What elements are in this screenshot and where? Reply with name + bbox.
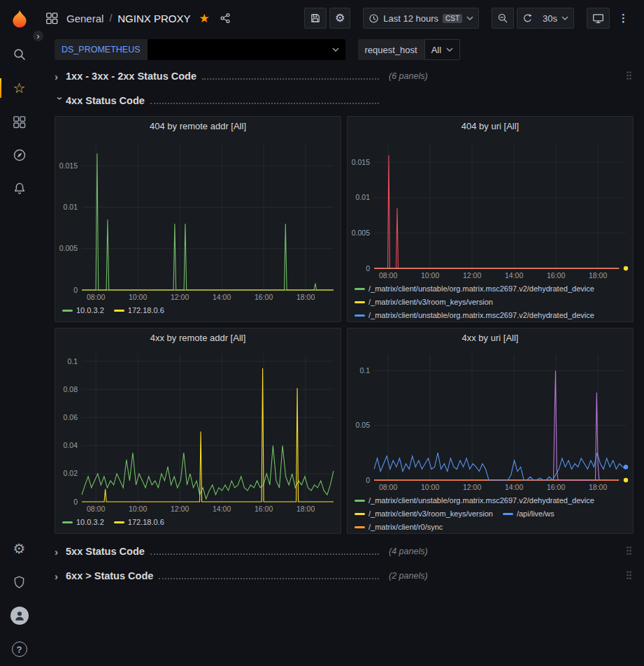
refresh-interval-label: 30s (543, 13, 557, 24)
datasource-variable-value[interactable] (148, 39, 345, 60)
svg-text:12:00: 12:00 (463, 271, 481, 280)
legend-item[interactable]: 10.0.3.2 (62, 305, 104, 317)
legend-color-mark (355, 513, 365, 515)
svg-text:16:00: 16:00 (255, 293, 273, 301)
dashboard-settings-button[interactable]: ⚙ (329, 8, 350, 29)
time-range-picker[interactable]: Last 12 hours CST (363, 8, 479, 29)
legend-color-mark (62, 521, 73, 523)
row-drag-handle[interactable] (624, 544, 634, 559)
sidebar-item-starred[interactable]: ☆ (0, 71, 38, 105)
svg-text:0.06: 0.06 (64, 413, 78, 421)
chevron-right-icon: › (55, 546, 66, 558)
svg-text:18:00: 18:00 (296, 293, 315, 301)
request-host-variable-label[interactable]: request_host (358, 39, 424, 60)
svg-text:16:00: 16:00 (547, 483, 565, 491)
panel-legend: /_matrix/client/unstable/org.matrix.msc2… (348, 493, 633, 533)
row-header-1xx-3xx-2xx[interactable]: › 1xx - 3xx - 2xx Status Code (6 panels) (55, 67, 634, 85)
svg-text:14:00: 14:00 (505, 271, 523, 280)
legend-item[interactable]: 172.18.0.6 (114, 305, 164, 317)
legend-item[interactable]: /_matrix/client/unstable/org.matrix.msc2… (355, 283, 594, 295)
panel-title[interactable]: 404 by remote addr [All] (55, 117, 341, 136)
row-header-6xx[interactable]: › 6xx > Status Code (2 panels) (55, 567, 634, 585)
svg-text:18:00: 18:00 (589, 483, 607, 491)
row-drag-handle[interactable] (624, 569, 634, 584)
refresh-interval-dropdown[interactable]: 30s (538, 8, 574, 29)
dotted-leader (150, 98, 379, 104)
row-panel-count: (4 panels) (389, 546, 428, 556)
chart-canvas[interactable]: 00.020.040.060.080.108:0010:0012:0014:00… (55, 347, 341, 514)
legend-item[interactable]: /_matrix/client/v3/room_keys/version (355, 508, 493, 520)
legend-item[interactable]: /api/live/ws (503, 508, 554, 520)
chart-canvas[interactable]: 00.0050.010.01508:0010:0012:0014:0016:00… (348, 136, 633, 281)
dashboard-title[interactable]: NGINX PROXY (117, 13, 190, 24)
svg-text:0: 0 (73, 286, 78, 294)
refresh-button[interactable] (517, 8, 538, 29)
chart-canvas[interactable]: 00.0050.010.01508:0010:0012:0014:0016:00… (55, 136, 341, 303)
sidebar-item-search[interactable] (0, 38, 38, 71)
sidebar-item-alerting[interactable] (0, 172, 38, 205)
svg-text:12:00: 12:00 (171, 293, 189, 301)
row-header-4xx[interactable]: › 4xx Status Code (55, 92, 634, 110)
kebab-menu-button[interactable]: ⋮ (613, 8, 634, 29)
legend-label: /_matrix/client/unstable/org.matrix.msc2… (368, 310, 594, 321)
svg-text:18:00: 18:00 (589, 271, 607, 280)
panel-title[interactable]: 404 by uri [All] (348, 117, 633, 136)
svg-text:14:00: 14:00 (213, 293, 231, 301)
gear-icon: ⚙ (335, 13, 345, 24)
sidebar-item-help[interactable]: ? (0, 632, 38, 666)
sidebar-item-profile[interactable] (0, 599, 38, 632)
row-drag-handle[interactable] (624, 69, 634, 84)
sidebar-item-server-admin[interactable] (0, 565, 38, 599)
share-icon[interactable] (220, 13, 231, 24)
breadcrumb-separator: / (109, 13, 112, 24)
legend-item[interactable]: /_matrix/client/unstable/org.matrix.msc2… (355, 310, 594, 321)
sidebar-item-configuration[interactable]: ⚙ (0, 532, 38, 565)
panel-title[interactable]: 4xx by remote addr [All] (55, 328, 341, 347)
legend-item[interactable]: /_matrix/client/v3/room_keys/version (355, 296, 493, 308)
timezone-badge: CST (443, 14, 462, 23)
dotted-leader (202, 73, 379, 80)
svg-text:16:00: 16:00 (547, 271, 565, 280)
chart-canvas[interactable]: 00.050.108:0010:0012:0014:0016:0018:00 (348, 347, 633, 493)
row-title: 1xx - 3xx - 2xx Status Code (66, 71, 196, 82)
grafana-logo[interactable] (10, 0, 29, 38)
breadcrumb: General / NGINX PROXY ★ (45, 11, 231, 26)
zoom-out-button[interactable] (492, 8, 514, 29)
zoom-out-icon (497, 13, 508, 24)
datasource-variable-label[interactable]: DS_PROMETHEUS (55, 39, 148, 60)
avatar (10, 607, 29, 625)
row-panel-count: (6 panels) (389, 71, 428, 81)
panel-grid: 404 by remote addr [All] 00.0050.010.015… (55, 116, 634, 534)
favorite-star-icon[interactable]: ★ (199, 11, 209, 26)
legend-color-mark (355, 500, 365, 502)
sidebar: › ☆ (0, 0, 38, 666)
question-glyph: ? (17, 644, 22, 655)
panel-title[interactable]: 4xx by uri [All] (348, 328, 633, 347)
sidebar-item-dashboards[interactable] (0, 105, 38, 138)
svg-text:10:00: 10:00 (129, 293, 147, 301)
svg-text:0.01: 0.01 (64, 203, 78, 211)
grafana-app: › ☆ (0, 0, 644, 666)
request-host-variable-value[interactable]: All (424, 39, 460, 60)
panel-legend: 10.0.3.2172.18.0.6 (55, 303, 341, 321)
svg-text:12:00: 12:00 (171, 505, 189, 513)
panel-4xx-by-uri: 4xx by uri [All] 00.050.108:0010:0012:00… (347, 328, 634, 534)
legend-item[interactable]: /_matrix/client/unstable/org.matrix.msc2… (355, 495, 594, 507)
chevron-right-icon: › (55, 71, 66, 82)
legend-label: /_matrix/client/r0/sync (368, 521, 443, 533)
row-title: 4xx Status Code (66, 95, 145, 106)
legend-item[interactable]: 10.0.3.2 (62, 516, 104, 528)
svg-text:0: 0 (366, 476, 370, 484)
row-title: 5xx Status Code (66, 546, 145, 557)
legend-color-mark (503, 513, 513, 515)
sidebar-item-explore[interactable] (0, 138, 38, 172)
breadcrumb-folder[interactable]: General (66, 13, 103, 24)
row-header-5xx[interactable]: › 5xx Status Code (4 panels) (55, 542, 634, 560)
legend-item[interactable]: 172.18.0.6 (114, 516, 164, 528)
chevron-down-icon (466, 16, 473, 20)
tv-mode-button[interactable] (587, 8, 610, 29)
save-dashboard-button[interactable] (304, 8, 327, 29)
legend-item[interactable]: /_matrix/client/r0/sync (355, 521, 443, 533)
sidebar-expand-button[interactable]: › (32, 30, 44, 42)
search-icon (13, 48, 27, 61)
